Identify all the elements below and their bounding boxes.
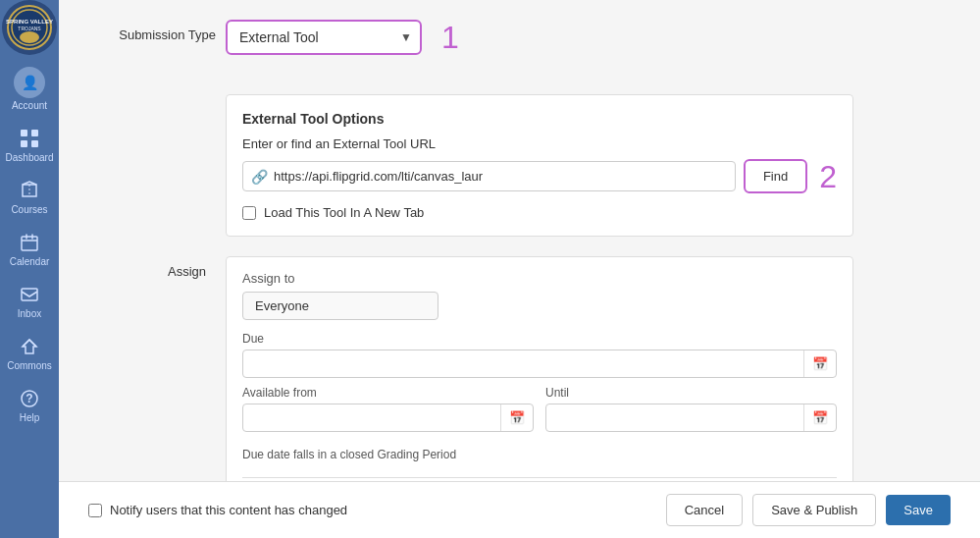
svg-rect-9 xyxy=(22,237,37,250)
bottom-bar: Notify users that this content has chang… xyxy=(59,481,980,538)
until-calendar-icon[interactable]: 📅 xyxy=(803,404,836,431)
form-section: Submission Type External Tool Online On … xyxy=(88,20,951,527)
sidebar-item-dashboard[interactable]: Dashboard xyxy=(0,119,59,171)
svg-text:?: ? xyxy=(26,392,32,405)
calendar-icon xyxy=(18,231,41,254)
svg-point-4 xyxy=(20,31,39,43)
sidebar-item-dashboard-label: Dashboard xyxy=(6,152,54,163)
notify-checkbox[interactable] xyxy=(88,504,102,517)
external-tool-label-spacer xyxy=(88,94,206,102)
until-label: Until xyxy=(545,386,837,400)
available-from-field: Available from 📅 xyxy=(242,386,534,432)
school-logo: SPRING VALLEY TROJANS xyxy=(2,0,57,55)
step-2-badge: 2 xyxy=(819,161,837,192)
cancel-button[interactable]: Cancel xyxy=(666,494,743,526)
due-date-calendar-icon[interactable]: 📅 xyxy=(803,350,836,377)
due-date-input-wrapper: 📅 xyxy=(242,350,837,378)
save-button[interactable]: Save xyxy=(886,495,951,525)
external-tool-panel-wrapper: External Tool Options Enter or find an E… xyxy=(226,94,853,237)
main-content: Submission Type External Tool Online On … xyxy=(59,0,980,538)
assign-to-label: Assign to xyxy=(242,271,837,286)
notify-row: Notify users that this content has chang… xyxy=(88,503,656,517)
notify-label: Notify users that this content has chang… xyxy=(110,503,347,517)
sidebar-item-commons[interactable]: Commons xyxy=(0,327,59,379)
external-tool-row: External Tool Options Enter or find an E… xyxy=(88,94,951,237)
available-from-label: Available from xyxy=(242,386,534,400)
svg-rect-8 xyxy=(31,140,38,147)
sidebar-item-help[interactable]: ? Help xyxy=(0,379,59,431)
load-new-tab-checkbox[interactable] xyxy=(242,206,256,220)
external-tool-panel: External Tool Options Enter or find an E… xyxy=(226,94,853,237)
closed-period-message: Due date falls in a closed Grading Perio… xyxy=(242,440,837,469)
sidebar-item-courses[interactable]: Courses xyxy=(0,171,59,223)
svg-rect-5 xyxy=(21,130,27,136)
help-icon: ? xyxy=(18,387,41,410)
sidebar-item-account[interactable]: 👤 Account xyxy=(0,59,59,119)
available-from-input-wrapper: 📅 xyxy=(242,404,534,432)
account-avatar: 👤 xyxy=(14,67,45,98)
due-date-field: Due 📅 xyxy=(242,332,837,378)
due-date-row: Due 📅 xyxy=(242,332,837,378)
assign-to-select[interactable]: Everyone xyxy=(242,292,438,320)
submission-type-select-wrapper: External Tool Online On Paper No Submiss… xyxy=(226,20,422,55)
sidebar-item-calendar[interactable]: Calendar xyxy=(0,223,59,275)
until-input[interactable] xyxy=(546,405,803,431)
courses-icon xyxy=(18,179,41,202)
url-section-label: Enter or find an External Tool URL xyxy=(242,136,837,151)
sidebar-item-calendar-label: Calendar xyxy=(10,256,50,267)
assign-label: Assign xyxy=(88,256,206,279)
find-button-wrapper: Find xyxy=(744,159,807,193)
sidebar-item-account-label: Account xyxy=(12,100,47,111)
svg-rect-6 xyxy=(31,130,38,136)
until-field: Until 📅 xyxy=(545,386,837,432)
url-input-row: 🔗 Find 2 xyxy=(242,159,837,193)
due-label: Due xyxy=(242,332,837,346)
save-publish-button[interactable]: Save & Publish xyxy=(752,494,876,526)
external-tool-url-input[interactable] xyxy=(274,162,727,190)
logo-icon: SPRING VALLEY TROJANS xyxy=(6,4,53,51)
inbox-icon xyxy=(18,283,41,306)
find-button[interactable]: Find xyxy=(748,163,803,189)
svg-text:TROJANS: TROJANS xyxy=(18,26,41,31)
svg-rect-10 xyxy=(22,289,37,300)
sidebar-item-courses-label: Courses xyxy=(11,204,47,215)
submission-type-select[interactable]: External Tool Online On Paper No Submiss… xyxy=(226,20,422,55)
available-from-input[interactable] xyxy=(243,405,500,431)
sidebar: SPRING VALLEY TROJANS 👤 Account Dashboar… xyxy=(0,0,59,538)
sidebar-item-inbox-label: Inbox xyxy=(18,308,41,319)
sidebar-item-inbox[interactable]: Inbox xyxy=(0,275,59,327)
submission-type-controls: External Tool Online On Paper No Submiss… xyxy=(226,20,459,55)
svg-rect-7 xyxy=(21,140,27,147)
link-icon: 🔗 xyxy=(251,169,268,185)
dashboard-icon xyxy=(18,127,41,150)
available-until-row: Available from 📅 Until 📅 xyxy=(242,386,837,432)
sidebar-item-commons-label: Commons xyxy=(7,360,52,371)
load-new-tab-label: Load This Tool In A New Tab xyxy=(264,205,424,220)
available-from-calendar-icon[interactable]: 📅 xyxy=(500,404,533,431)
until-input-wrapper: 📅 xyxy=(545,404,837,432)
url-input-wrapper: 🔗 xyxy=(242,161,736,191)
load-new-tab-row[interactable]: Load This Tool In A New Tab xyxy=(242,205,837,220)
submission-type-row: Submission Type External Tool Online On … xyxy=(88,20,951,55)
sidebar-item-help-label: Help xyxy=(20,412,40,423)
external-tool-options-title: External Tool Options xyxy=(242,111,837,127)
step-1-badge: 1 xyxy=(441,22,459,53)
due-date-input[interactable] xyxy=(243,351,803,377)
commons-icon xyxy=(18,335,41,358)
svg-text:SPRING VALLEY: SPRING VALLEY xyxy=(6,19,53,25)
submission-type-label: Submission Type xyxy=(88,20,216,42)
